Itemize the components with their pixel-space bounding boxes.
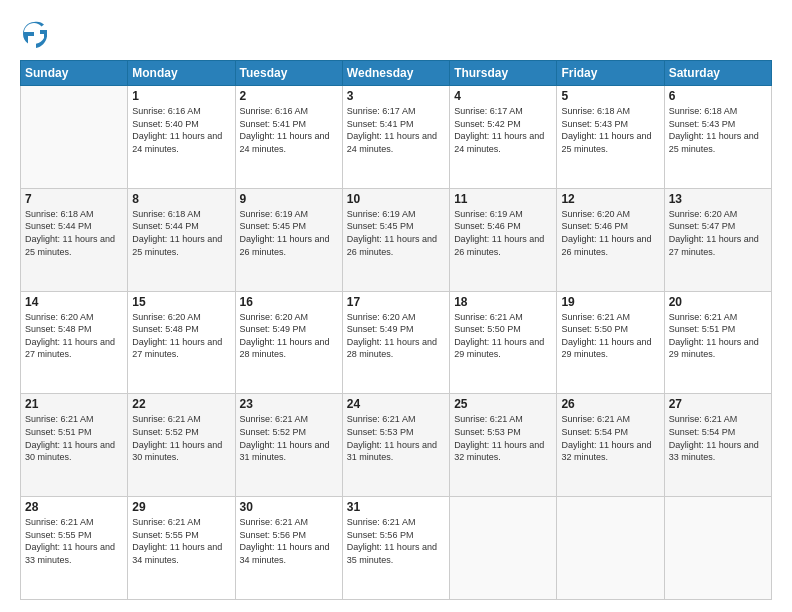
calendar-cell: 13Sunrise: 6:20 AM Sunset: 5:47 PM Dayli… — [664, 188, 771, 291]
day-info: Sunrise: 6:21 AM Sunset: 5:56 PM Dayligh… — [240, 516, 338, 566]
calendar-cell: 23Sunrise: 6:21 AM Sunset: 5:52 PM Dayli… — [235, 394, 342, 497]
calendar-cell: 10Sunrise: 6:19 AM Sunset: 5:45 PM Dayli… — [342, 188, 449, 291]
header — [20, 16, 772, 52]
day-info: Sunrise: 6:20 AM Sunset: 5:49 PM Dayligh… — [240, 311, 338, 361]
day-number: 28 — [25, 500, 123, 514]
day-number: 3 — [347, 89, 445, 103]
calendar-cell: 8Sunrise: 6:18 AM Sunset: 5:44 PM Daylig… — [128, 188, 235, 291]
calendar-cell: 7Sunrise: 6:18 AM Sunset: 5:44 PM Daylig… — [21, 188, 128, 291]
calendar-cell: 24Sunrise: 6:21 AM Sunset: 5:53 PM Dayli… — [342, 394, 449, 497]
day-info: Sunrise: 6:20 AM Sunset: 5:47 PM Dayligh… — [669, 208, 767, 258]
day-info: Sunrise: 6:21 AM Sunset: 5:55 PM Dayligh… — [132, 516, 230, 566]
calendar-table: SundayMondayTuesdayWednesdayThursdayFrid… — [20, 60, 772, 600]
day-number: 7 — [25, 192, 123, 206]
calendar-cell: 16Sunrise: 6:20 AM Sunset: 5:49 PM Dayli… — [235, 291, 342, 394]
day-info: Sunrise: 6:20 AM Sunset: 5:48 PM Dayligh… — [132, 311, 230, 361]
day-number: 26 — [561, 397, 659, 411]
day-info: Sunrise: 6:18 AM Sunset: 5:43 PM Dayligh… — [669, 105, 767, 155]
day-number: 21 — [25, 397, 123, 411]
calendar-cell: 21Sunrise: 6:21 AM Sunset: 5:51 PM Dayli… — [21, 394, 128, 497]
day-info: Sunrise: 6:21 AM Sunset: 5:54 PM Dayligh… — [669, 413, 767, 463]
day-info: Sunrise: 6:21 AM Sunset: 5:56 PM Dayligh… — [347, 516, 445, 566]
day-number: 16 — [240, 295, 338, 309]
day-info: Sunrise: 6:21 AM Sunset: 5:51 PM Dayligh… — [25, 413, 123, 463]
calendar-header-thursday: Thursday — [450, 61, 557, 86]
calendar-header-friday: Friday — [557, 61, 664, 86]
day-number: 10 — [347, 192, 445, 206]
day-number: 15 — [132, 295, 230, 309]
day-info: Sunrise: 6:18 AM Sunset: 5:44 PM Dayligh… — [25, 208, 123, 258]
calendar-cell: 26Sunrise: 6:21 AM Sunset: 5:54 PM Dayli… — [557, 394, 664, 497]
calendar-cell: 11Sunrise: 6:19 AM Sunset: 5:46 PM Dayli… — [450, 188, 557, 291]
calendar-week-row: 1Sunrise: 6:16 AM Sunset: 5:40 PM Daylig… — [21, 86, 772, 189]
day-info: Sunrise: 6:18 AM Sunset: 5:43 PM Dayligh… — [561, 105, 659, 155]
day-number: 5 — [561, 89, 659, 103]
calendar-cell: 9Sunrise: 6:19 AM Sunset: 5:45 PM Daylig… — [235, 188, 342, 291]
day-info: Sunrise: 6:19 AM Sunset: 5:46 PM Dayligh… — [454, 208, 552, 258]
calendar-cell: 15Sunrise: 6:20 AM Sunset: 5:48 PM Dayli… — [128, 291, 235, 394]
day-number: 13 — [669, 192, 767, 206]
day-number: 4 — [454, 89, 552, 103]
day-number: 27 — [669, 397, 767, 411]
day-info: Sunrise: 6:19 AM Sunset: 5:45 PM Dayligh… — [347, 208, 445, 258]
calendar-header-monday: Monday — [128, 61, 235, 86]
day-info: Sunrise: 6:21 AM Sunset: 5:53 PM Dayligh… — [454, 413, 552, 463]
calendar-cell: 4Sunrise: 6:17 AM Sunset: 5:42 PM Daylig… — [450, 86, 557, 189]
calendar-cell: 12Sunrise: 6:20 AM Sunset: 5:46 PM Dayli… — [557, 188, 664, 291]
day-info: Sunrise: 6:20 AM Sunset: 5:46 PM Dayligh… — [561, 208, 659, 258]
day-info: Sunrise: 6:21 AM Sunset: 5:50 PM Dayligh… — [454, 311, 552, 361]
calendar-cell: 2Sunrise: 6:16 AM Sunset: 5:41 PM Daylig… — [235, 86, 342, 189]
calendar-cell: 18Sunrise: 6:21 AM Sunset: 5:50 PM Dayli… — [450, 291, 557, 394]
day-info: Sunrise: 6:21 AM Sunset: 5:53 PM Dayligh… — [347, 413, 445, 463]
day-info: Sunrise: 6:21 AM Sunset: 5:51 PM Dayligh… — [669, 311, 767, 361]
calendar-week-row: 14Sunrise: 6:20 AM Sunset: 5:48 PM Dayli… — [21, 291, 772, 394]
calendar-cell: 6Sunrise: 6:18 AM Sunset: 5:43 PM Daylig… — [664, 86, 771, 189]
day-number: 24 — [347, 397, 445, 411]
calendar-header-row: SundayMondayTuesdayWednesdayThursdayFrid… — [21, 61, 772, 86]
calendar-cell: 1Sunrise: 6:16 AM Sunset: 5:40 PM Daylig… — [128, 86, 235, 189]
day-info: Sunrise: 6:16 AM Sunset: 5:41 PM Dayligh… — [240, 105, 338, 155]
calendar-header-wednesday: Wednesday — [342, 61, 449, 86]
day-info: Sunrise: 6:21 AM Sunset: 5:55 PM Dayligh… — [25, 516, 123, 566]
calendar-cell: 3Sunrise: 6:17 AM Sunset: 5:41 PM Daylig… — [342, 86, 449, 189]
calendar-cell: 30Sunrise: 6:21 AM Sunset: 5:56 PM Dayli… — [235, 497, 342, 600]
calendar-cell: 25Sunrise: 6:21 AM Sunset: 5:53 PM Dayli… — [450, 394, 557, 497]
day-number: 19 — [561, 295, 659, 309]
day-number: 1 — [132, 89, 230, 103]
logo — [20, 20, 52, 52]
calendar-cell — [21, 86, 128, 189]
day-number: 2 — [240, 89, 338, 103]
day-number: 31 — [347, 500, 445, 514]
day-info: Sunrise: 6:17 AM Sunset: 5:41 PM Dayligh… — [347, 105, 445, 155]
day-number: 12 — [561, 192, 659, 206]
day-info: Sunrise: 6:19 AM Sunset: 5:45 PM Dayligh… — [240, 208, 338, 258]
day-info: Sunrise: 6:21 AM Sunset: 5:52 PM Dayligh… — [240, 413, 338, 463]
calendar-cell: 17Sunrise: 6:20 AM Sunset: 5:49 PM Dayli… — [342, 291, 449, 394]
day-number: 8 — [132, 192, 230, 206]
day-info: Sunrise: 6:21 AM Sunset: 5:50 PM Dayligh… — [561, 311, 659, 361]
calendar-week-row: 21Sunrise: 6:21 AM Sunset: 5:51 PM Dayli… — [21, 394, 772, 497]
calendar-header-tuesday: Tuesday — [235, 61, 342, 86]
day-info: Sunrise: 6:21 AM Sunset: 5:52 PM Dayligh… — [132, 413, 230, 463]
calendar-cell — [450, 497, 557, 600]
calendar-cell: 28Sunrise: 6:21 AM Sunset: 5:55 PM Dayli… — [21, 497, 128, 600]
calendar-cell: 20Sunrise: 6:21 AM Sunset: 5:51 PM Dayli… — [664, 291, 771, 394]
logo-icon — [20, 20, 48, 48]
day-number: 22 — [132, 397, 230, 411]
day-number: 14 — [25, 295, 123, 309]
calendar-cell: 27Sunrise: 6:21 AM Sunset: 5:54 PM Dayli… — [664, 394, 771, 497]
day-info: Sunrise: 6:20 AM Sunset: 5:48 PM Dayligh… — [25, 311, 123, 361]
calendar-cell: 31Sunrise: 6:21 AM Sunset: 5:56 PM Dayli… — [342, 497, 449, 600]
day-number: 25 — [454, 397, 552, 411]
day-number: 11 — [454, 192, 552, 206]
day-info: Sunrise: 6:20 AM Sunset: 5:49 PM Dayligh… — [347, 311, 445, 361]
calendar-cell: 29Sunrise: 6:21 AM Sunset: 5:55 PM Dayli… — [128, 497, 235, 600]
day-number: 20 — [669, 295, 767, 309]
day-number: 23 — [240, 397, 338, 411]
day-number: 30 — [240, 500, 338, 514]
day-info: Sunrise: 6:17 AM Sunset: 5:42 PM Dayligh… — [454, 105, 552, 155]
day-number: 18 — [454, 295, 552, 309]
calendar-cell: 14Sunrise: 6:20 AM Sunset: 5:48 PM Dayli… — [21, 291, 128, 394]
calendar-week-row: 28Sunrise: 6:21 AM Sunset: 5:55 PM Dayli… — [21, 497, 772, 600]
day-number: 17 — [347, 295, 445, 309]
